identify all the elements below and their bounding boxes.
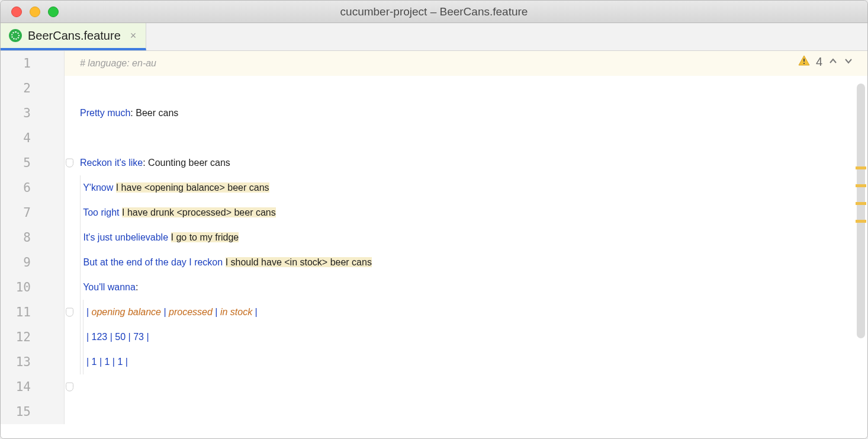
line-number[interactable]: 8: [1, 225, 65, 250]
step-text: I have drunk <processed> beer cans: [122, 207, 276, 217]
line-number[interactable]: 1: [1, 51, 65, 76]
warning-marker[interactable]: [856, 184, 866, 187]
line-number[interactable]: 13: [1, 350, 65, 374]
line-number[interactable]: 5: [1, 150, 65, 175]
code-lines: 1 # language: en-au 2 3 Pretty much: Bee…: [1, 51, 867, 424]
keyword-then: But at the end of the day I reckon: [83, 257, 223, 267]
inspection-count: 4: [816, 55, 822, 69]
tab-close-icon[interactable]: ×: [130, 30, 137, 42]
step-text: I have <opening balance> beer cans: [116, 182, 269, 193]
keyword-examples: You'll wanna: [83, 282, 136, 292]
table-cell: 50: [115, 332, 126, 342]
line-number[interactable]: 7: [1, 200, 65, 225]
step-text: I go to my fridge: [171, 232, 239, 242]
fold-toggle-icon[interactable]: [66, 308, 73, 317]
line-number[interactable]: 15: [1, 399, 65, 424]
maximize-window-button[interactable]: [48, 7, 59, 17]
inspection-widget[interactable]: 4: [795, 53, 857, 71]
line-number[interactable]: 12: [1, 325, 65, 350]
minimize-window-button[interactable]: [30, 7, 40, 17]
scrollbar-thumb[interactable]: [857, 84, 865, 338]
line-number[interactable]: 14: [1, 374, 65, 399]
line-number[interactable]: 10: [1, 275, 65, 300]
line-number[interactable]: 6: [1, 175, 65, 200]
error-stripe[interactable]: [856, 51, 866, 438]
warning-marker[interactable]: [856, 202, 866, 205]
svg-rect-1: [803, 63, 805, 64]
editor-tabs: BeerCans.feature ×: [1, 23, 867, 51]
window-title: cucumber-project – BeerCans.feature: [1, 5, 867, 18]
warning-icon: [798, 55, 810, 69]
table-header: processed: [169, 307, 213, 317]
table-cell: 1: [104, 357, 110, 367]
editor-area[interactable]: 1 # language: en-au 2 3 Pretty much: Bee…: [1, 51, 867, 438]
fold-toggle-icon[interactable]: [66, 383, 73, 392]
tab-beercans-feature[interactable]: BeerCans.feature ×: [1, 23, 146, 50]
keyword-and: Too right: [83, 207, 119, 217]
keyword-given: Y'know: [83, 182, 113, 193]
step-text: I should have <in stock> beer cans: [226, 257, 372, 267]
table-cell: 1: [92, 357, 97, 367]
traffic-lights: [1, 7, 59, 17]
line-number[interactable]: 4: [1, 126, 65, 150]
close-window-button[interactable]: [11, 7, 22, 17]
line-number[interactable]: 3: [1, 101, 65, 126]
table-cell: 1: [117, 357, 123, 367]
table-header: opening balance: [92, 307, 161, 317]
line-number[interactable]: 9: [1, 250, 65, 275]
code-comment: # language: en-au: [80, 58, 156, 68]
table-cell: 73: [133, 332, 144, 342]
tab-label: BeerCans.feature: [28, 29, 121, 43]
table-cell: 123: [92, 332, 108, 342]
svg-rect-0: [803, 59, 805, 62]
fold-toggle-icon[interactable]: [66, 159, 73, 168]
warning-marker[interactable]: [856, 220, 866, 223]
warning-marker[interactable]: [856, 166, 866, 169]
keyword-when: It's just unbelievable: [83, 232, 168, 242]
chevron-down-icon[interactable]: [844, 55, 853, 69]
table-header: in stock: [220, 307, 252, 317]
chevron-up-icon[interactable]: [828, 55, 838, 69]
keyword-scenario: Reckon it's like: [80, 158, 143, 168]
line-number[interactable]: 11: [1, 300, 65, 325]
line-number[interactable]: 2: [1, 76, 65, 101]
cucumber-icon: [9, 29, 22, 42]
window-titlebar: cucumber-project – BeerCans.feature: [1, 1, 867, 23]
keyword-feature: Pretty much: [80, 108, 130, 118]
